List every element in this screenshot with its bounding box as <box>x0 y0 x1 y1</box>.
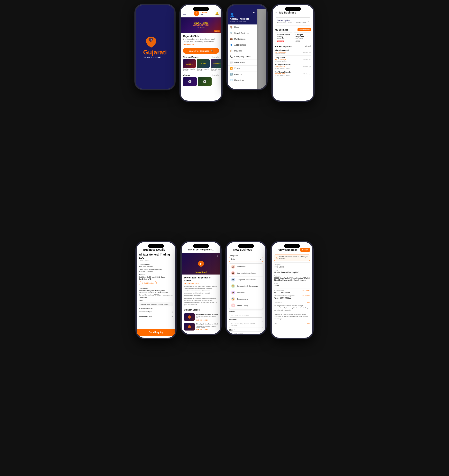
address-input[interactable]: ex. 76230 Gerry Walks, Derrick Mission <box>229 321 263 328</box>
subscription-box[interactable]: Subscription 5 Businesses | Expire on - … <box>275 17 311 25</box>
phone-new-business: ← New Business Category * Auto ∧ 🚗 Autom… <box>225 241 267 335</box>
news-card-1[interactable]: DiwaliGet Together Diwali get - together… <box>183 59 196 72</box>
get-direction-button[interactable]: ⊙ Get Direction <box>139 281 157 285</box>
menu-item-inquiries[interactable]: 📋 Inquiries <box>228 48 257 54</box>
edit-offer-link[interactable]: Edit <box>307 323 310 324</box>
menu-label-inquiries: Inquiries <box>234 50 242 52</box>
phone-video: ← Diwali get - together i... ▶ ⋮ Happy D… <box>180 241 222 335</box>
cat-food[interactable]: 🍽️ Food & Dining <box>229 302 263 309</box>
publish-button[interactable]: Publish <box>300 248 310 252</box>
biz-detail-content: Al Jabr General Trading LLC Real Estate … <box>137 253 175 317</box>
search-button[interactable]: Search for business 🔍 <box>183 48 219 54</box>
sidebar-user-name: Andrew Thompson <box>230 18 255 20</box>
inq-item-2[interactable]: Lucy Green +971-608-2876 35 mins. ago Li… <box>275 56 311 63</box>
cat-education[interactable]: 🎓 Education <box>229 289 263 296</box>
inq-phone-4: 299-997-4099 <box>275 73 285 75</box>
inq-name-4: Mr. Alyssa Nitzsche <box>275 71 311 73</box>
phone-icon: 📞 <box>230 55 233 58</box>
videos-title: Videos <box>183 74 190 76</box>
hamburger-icon[interactable]: ☰ <box>183 11 186 16</box>
subscription-detail: 5 Businesses | Expire on - 20th Nov 2024 <box>277 22 306 24</box>
menu-label-search: Search Business <box>234 32 249 34</box>
news-section-header: News & Events View All > <box>181 55 221 59</box>
more-options-icon[interactable]: ⋮ <box>216 254 219 257</box>
inq-item-4[interactable]: Mr. Alyssa Nitzsche 299-997-4099 40 mins… <box>275 70 311 77</box>
sidebar-dim-overlay[interactable] <box>257 9 266 89</box>
inq-item-1[interactable]: Al Kadir Muhtari +971-328-9011 25 mins. … <box>275 48 311 56</box>
notification-icon[interactable]: 🔔 <box>215 11 219 15</box>
know-more-link[interactable]: Know more > <box>183 43 219 45</box>
up-next-info-1: Diwali get - together in dubai Voluptate… <box>196 313 218 321</box>
category-dropdown-trigger[interactable]: Auto ∧ <box>229 257 263 262</box>
name-input[interactable]: ex. Event management <box>229 313 263 317</box>
category-label: Category <box>274 264 310 266</box>
menu-label-home: Home <box>234 26 240 28</box>
cat-business-setup[interactable]: 💼 Business Setup & Support <box>229 270 263 277</box>
biz-card-2[interactable]: Lifestyle Properties LLC Real Estate Und <box>294 32 311 44</box>
menu-item-mybusiness[interactable]: 💼 My Business <box>228 36 257 42</box>
biz-card-1[interactable]: Al Jabr General Trading LLC Real Estate … <box>275 32 292 44</box>
view-category-section: Category Real Estate <box>274 264 310 268</box>
cat-construction[interactable]: 🏗️ Construction & Contractors <box>229 283 263 289</box>
construction-icon: 🏗️ <box>231 284 235 288</box>
back-button[interactable]: ← <box>274 248 277 251</box>
menu-item-videos[interactable]: ▶️ Videos <box>228 66 257 71</box>
menu-item-home[interactable]: 🏠 Home <box>228 24 257 30</box>
menu-item-news[interactable]: 📰 News Event <box>228 60 257 66</box>
back-button[interactable]: ← <box>184 248 187 251</box>
name-label: Name <box>274 269 310 271</box>
cat-automotive[interactable]: 🚗 Automotive <box>229 264 263 270</box>
view-biz-content: ⚠ Add More business details to publish y… <box>272 253 312 338</box>
inquiries-view-all[interactable]: View all <box>305 45 311 48</box>
product-item-1[interactable]: accusamus et quo ∨ <box>139 310 173 314</box>
up-next-item-1[interactable]: ▶ Diwali get - together in dubai Volupta… <box>182 312 220 322</box>
news-card-2[interactable]: Tid-ul-fitr Diwali get - together in dub… <box>197 59 210 72</box>
edit-other-phone-link[interactable]: Edit Contact <box>301 295 310 297</box>
menu-label-mybusiness: My Business <box>234 38 246 40</box>
news-view-all[interactable]: View All > <box>211 56 219 58</box>
play-button[interactable]: ▶ <box>198 261 204 267</box>
inq-item-3[interactable]: Mr. Alyssa Nitzsche 299-997-4099 40 mins… <box>275 63 311 70</box>
back-button[interactable]: ← <box>229 248 232 251</box>
cat-entertainment[interactable]: 🎭 Entertainment <box>229 296 263 302</box>
send-inquiry-button[interactable]: Send Inquiry <box>137 329 175 336</box>
direction-icon: ⊙ <box>141 282 143 284</box>
up-next-item-2[interactable]: ▶ Diwali get - together in dubai Volupta… <box>182 322 220 332</box>
inq-phone-3: 299-997-4099 <box>275 66 285 68</box>
product-item-2[interactable]: culpa corrupti optio ∨ <box>139 314 173 317</box>
video-thumb-2[interactable]: ▶ <box>198 77 212 86</box>
edit-phone-link[interactable]: Edit Contact <box>301 289 310 291</box>
menu-label-about: About us <box>234 73 242 75</box>
other-phone-value: +97 1554 530 980 <box>139 271 173 273</box>
back-button[interactable]: ← <box>139 248 142 251</box>
splash-app-name: Gujarati <box>143 49 167 55</box>
menu-label-contact: Contact us <box>234 79 244 81</box>
logout-icon[interactable]: ↩ <box>253 11 255 14</box>
edit-description-link[interactable]: Edit <box>307 301 310 303</box>
phone-mybusiness: ← My Business Subscription 5 Businesses … <box>271 4 314 102</box>
sidebar-panel: 👤 Andrew Thompson Andrew.th@gmail.com ↩ … <box>228 9 257 89</box>
menu-label-news: News Event <box>234 62 245 64</box>
menu-item-contact[interactable]: ✉️ Contact us <box>228 77 257 83</box>
other-phone-label: Other Phone Number(optional) <box>139 269 173 270</box>
videos-view-all[interactable]: View All > <box>211 74 219 76</box>
add-business-button[interactable]: + Add Business <box>297 28 311 31</box>
back-button[interactable]: ← <box>275 11 278 14</box>
cat-computers[interactable]: 💻 Computers & Electronics <box>229 277 263 283</box>
video-player[interactable]: ▶ ⋮ Happy Diwali <box>182 253 220 275</box>
news-card-3[interactable]: Happy Diwali Diwali get - together in du… <box>211 59 221 72</box>
up-next-label: Up Next Videos <box>182 307 220 312</box>
description-label: Description <box>139 287 173 289</box>
video-thumb-1[interactable]: ▶ <box>183 77 197 86</box>
menu-item-emergency[interactable]: 📞 Emergency Contact <box>228 54 257 60</box>
search-btn-text: Search for business <box>189 50 209 52</box>
phone-sidebar: 👤 Andrew Thompson Andrew.th@gmail.com ↩ … <box>226 4 268 90</box>
menu-item-search[interactable]: 🔍 Search Business <box>228 30 257 36</box>
state-input[interactable]: ex. New Mexico <box>229 331 263 334</box>
menu-item-about[interactable]: ℹ️ About us <box>228 71 257 77</box>
inq-phone-2: +971-608-2876 <box>275 59 286 60</box>
menu-item-addbusiness[interactable]: 👤 Add Business <box>228 42 257 48</box>
phone-label: Phone Number <box>274 289 291 291</box>
cat-label-construction: Construction & Contractors <box>237 285 258 287</box>
inq-time-4: 40 mins. ago <box>303 73 311 75</box>
